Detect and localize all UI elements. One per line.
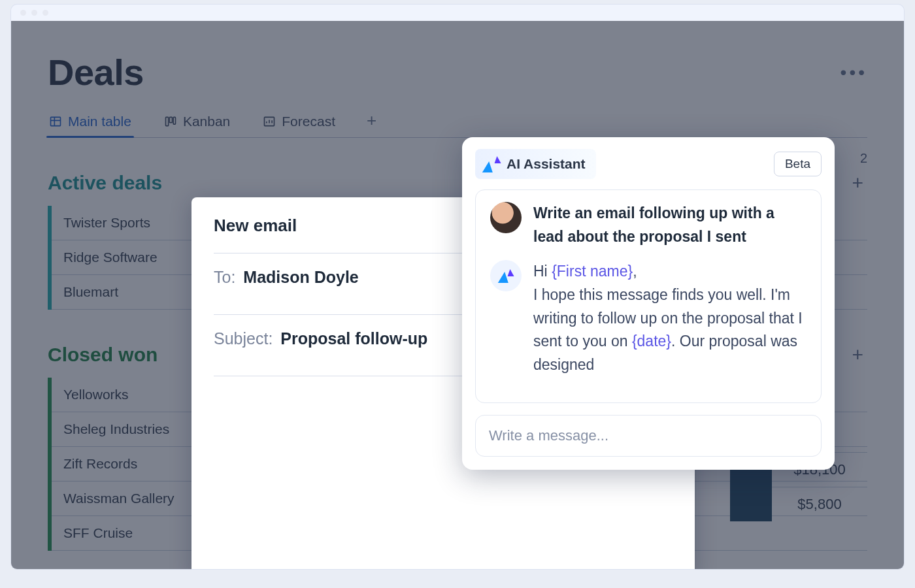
ai-avatar (490, 260, 522, 291)
subject-value: Proposal follow-up (280, 329, 427, 348)
window-dot (31, 10, 37, 16)
ai-logo-icon (499, 269, 513, 283)
subject-label: Subject: (214, 329, 273, 348)
ai-text-part: Hi (533, 263, 552, 280)
ai-assistant-brand: AI Assistant (475, 149, 596, 179)
ai-text-part: , (633, 263, 637, 280)
window-dot (20, 10, 26, 16)
ai-message: Hi {First name}, I hope this message fin… (490, 260, 807, 376)
app-frame: Deals ••• Main table Kanban Forecast (10, 21, 905, 570)
window-dot (42, 10, 48, 16)
ai-conversation-card: Write an email following up with a lead … (475, 189, 822, 403)
to-value: Madison Doyle (243, 268, 358, 287)
user-message: Write an email following up with a lead … (490, 202, 807, 248)
template-token: {date} (632, 333, 671, 350)
ai-assistant-panel: AI Assistant Beta Write an email followi… (462, 137, 835, 470)
beta-badge: Beta (774, 152, 822, 176)
window-chrome (10, 4, 905, 21)
ai-message-text: Hi {First name}, I hope this message fin… (533, 260, 807, 376)
ai-logo-icon (483, 155, 500, 172)
ai-assistant-label: AI Assistant (507, 156, 586, 172)
template-token: {First name} (552, 263, 633, 280)
user-avatar (490, 202, 522, 233)
ai-message-input[interactable]: Write a message... (475, 415, 822, 457)
to-label: To: (214, 268, 235, 287)
user-message-text: Write an email following up with a lead … (533, 202, 807, 248)
